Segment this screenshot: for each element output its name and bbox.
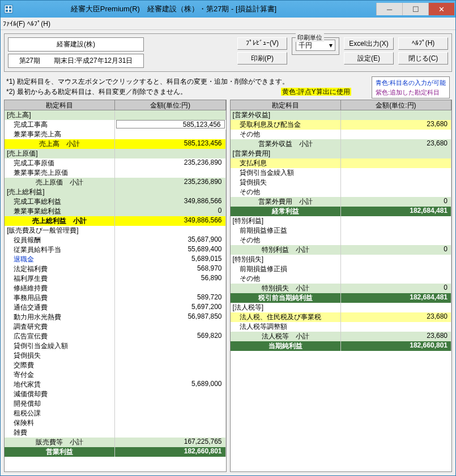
account-name[interactable]: 当期純利益 — [231, 341, 341, 351]
table-row[interactable]: 営業外費用 小計0 — [231, 197, 452, 207]
account-name[interactable]: 広告宣伝費 — [5, 332, 115, 341]
account-name[interactable]: [特別損失] — [231, 255, 341, 264]
amount-cell[interactable] — [341, 322, 451, 332]
preview-button[interactable]: ﾌﾟﾚﾋﾞｭｰ(V) — [237, 37, 287, 50]
account-name[interactable]: 貸倒損失 — [5, 351, 115, 361]
table-row[interactable]: 退職金5,689,015 — [5, 255, 226, 264]
account-name[interactable]: その他 — [231, 235, 341, 245]
table-row[interactable]: 支払利息 — [231, 158, 452, 168]
account-name[interactable]: 法人税等調整額 — [231, 322, 341, 332]
table-row[interactable]: その他 — [231, 235, 452, 245]
amount-cell[interactable] — [341, 168, 451, 178]
account-name[interactable]: [売上高] — [5, 110, 115, 120]
account-name[interactable]: 貸倒損失 — [231, 178, 341, 187]
account-name[interactable]: 貸倒引当金繰入額 — [231, 168, 341, 178]
table-row[interactable]: 貸倒引当金繰入額 — [231, 168, 452, 178]
amount-cell[interactable] — [341, 303, 451, 312]
amount-cell[interactable] — [341, 255, 451, 264]
table-row[interactable]: 完成工事原価235,236,890 — [5, 158, 226, 168]
account-name[interactable]: [売上総利益] — [5, 187, 115, 197]
menu-file[interactable]: ﾌｧｲﾙ(F) — [3, 20, 25, 28]
table-row[interactable]: 販売費等 小計167,225,765 — [5, 438, 226, 447]
amount-cell[interactable]: 167,225,765 — [115, 438, 225, 447]
account-name[interactable]: 販売費等 小計 — [5, 438, 115, 447]
amount-cell[interactable] — [115, 418, 225, 428]
close-button[interactable]: ✕ — [428, 3, 454, 15]
amount-cell[interactable] — [115, 226, 225, 235]
table-row[interactable]: 特別利益 小計0 — [231, 245, 452, 255]
amount-cell[interactable]: 349,886,566 — [115, 197, 225, 207]
table-row[interactable]: その他 — [231, 187, 452, 197]
table-row[interactable]: 法人税等調整額 — [231, 322, 452, 332]
account-name[interactable]: 調査研究費 — [5, 322, 115, 332]
account-name[interactable]: 兼業事業売上原価 — [5, 168, 115, 178]
account-name[interactable]: [営業外費用] — [231, 149, 341, 158]
amount-cell[interactable]: 235,236,890 — [115, 158, 225, 168]
amount-cell[interactable] — [115, 370, 225, 380]
amount-cell[interactable]: 56,890 — [115, 274, 225, 284]
account-name[interactable]: その他 — [231, 274, 341, 284]
table-row[interactable]: [法人税等] — [231, 303, 452, 312]
table-row[interactable]: 兼業事業売上高 — [5, 130, 226, 139]
account-name[interactable]: 完成工事高 — [5, 120, 115, 130]
account-name[interactable]: 特別損失 小計 — [231, 284, 341, 293]
table-row[interactable]: 通信交通費5,697,200 — [5, 303, 226, 312]
table-row[interactable]: 経常利益182,684,481 — [231, 207, 452, 216]
table-row[interactable]: 雑費 — [5, 428, 226, 438]
account-name[interactable]: 経常利益 — [231, 207, 341, 216]
amount-cell[interactable] — [341, 178, 451, 187]
table-row[interactable]: 特別損失 小計0 — [231, 284, 452, 293]
table-row[interactable]: 交際費 — [5, 361, 226, 370]
amount-cell[interactable] — [341, 264, 451, 274]
account-name[interactable]: 完成工事総利益 — [5, 197, 115, 207]
account-name[interactable]: [販売費及び一般管理費] — [5, 226, 115, 235]
account-name[interactable]: 前期損益修正損 — [231, 264, 341, 274]
account-name[interactable]: 営業外収益 小計 — [231, 139, 341, 149]
amount-cell[interactable] — [115, 409, 225, 418]
account-name[interactable]: 減価償却費 — [5, 389, 115, 399]
table-row[interactable]: その他 — [231, 130, 452, 139]
table-row[interactable]: 広告宣伝費569,820 — [5, 332, 226, 341]
table-row[interactable]: 修繕維持費 — [5, 284, 226, 293]
table-row[interactable]: 貸倒損失 — [231, 178, 452, 187]
amount-cell[interactable]: 568,970 — [115, 264, 225, 274]
table-row[interactable]: 租税公課 — [5, 409, 226, 418]
account-name[interactable]: 交際費 — [5, 361, 115, 370]
amount-cell[interactable] — [115, 341, 225, 351]
account-name[interactable]: 事務用品費 — [5, 293, 115, 303]
table-row[interactable]: 兼業事業総利益0 — [5, 207, 226, 216]
amount-cell[interactable] — [341, 158, 451, 168]
account-name[interactable]: 雑費 — [5, 428, 115, 438]
account-name[interactable]: 営業利益 — [5, 447, 115, 457]
amount-cell[interactable] — [341, 149, 451, 158]
table-row[interactable]: その他 — [231, 274, 452, 284]
table-row[interactable]: 売上高 小計585,123,456 — [5, 139, 226, 149]
account-name[interactable]: 退職金 — [5, 255, 115, 264]
period-field[interactable]: 第27期 期末日:平成27年12月31日 — [8, 54, 144, 68]
close-form-button[interactable]: 閉じる(C) — [398, 52, 448, 65]
table-row[interactable]: 法人税等 小計23,680 — [231, 332, 452, 341]
account-name[interactable]: [法人税等] — [231, 303, 341, 312]
account-name[interactable]: 売上高 小計 — [5, 139, 115, 149]
help-button[interactable]: ﾍﾙﾌﾟ(H) — [398, 37, 448, 50]
table-row[interactable]: 貸倒損失 — [5, 351, 226, 361]
table-row[interactable]: 動力用水光熱費56,987,850 — [5, 312, 226, 322]
amount-cell[interactable] — [115, 284, 225, 293]
amount-cell[interactable] — [115, 149, 225, 158]
amount-cell[interactable]: 0 — [115, 207, 225, 216]
account-name[interactable]: 完成工事原価 — [5, 158, 115, 168]
table-row[interactable]: 前期損益修正益 — [231, 226, 452, 235]
amount-cell[interactable] — [115, 399, 225, 409]
account-name[interactable]: 売上原価 小計 — [5, 178, 115, 187]
amount-cell[interactable] — [341, 216, 451, 226]
amount-cell[interactable] — [115, 361, 225, 370]
account-name[interactable]: 前期損益修正益 — [231, 226, 341, 235]
table-row[interactable]: 寄付金 — [5, 370, 226, 380]
table-row[interactable]: 売上総利益 小計349,886,566 — [5, 216, 226, 226]
table-row[interactable]: 当期純利益182,660,801 — [231, 341, 452, 351]
account-name[interactable]: [売上原価] — [5, 149, 115, 158]
amount-cell[interactable] — [341, 226, 451, 235]
table-row[interactable]: 完成工事高585,123,456 — [5, 120, 226, 130]
amount-cell[interactable] — [341, 235, 451, 245]
table-row[interactable]: [営業外収益] — [231, 110, 452, 120]
